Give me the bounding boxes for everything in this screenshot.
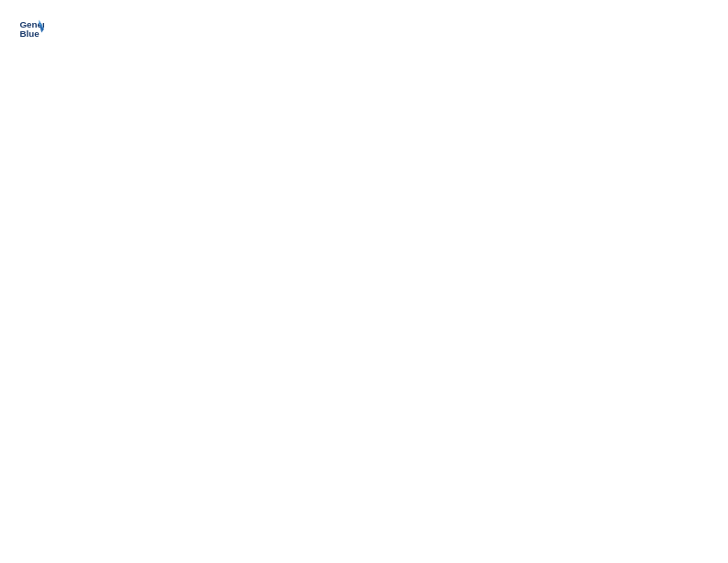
logo-icon: General Blue bbox=[18, 15, 44, 40]
page-header: General Blue bbox=[18, 15, 710, 40]
logo: General Blue bbox=[18, 15, 48, 40]
svg-text:Blue: Blue bbox=[19, 29, 40, 39]
